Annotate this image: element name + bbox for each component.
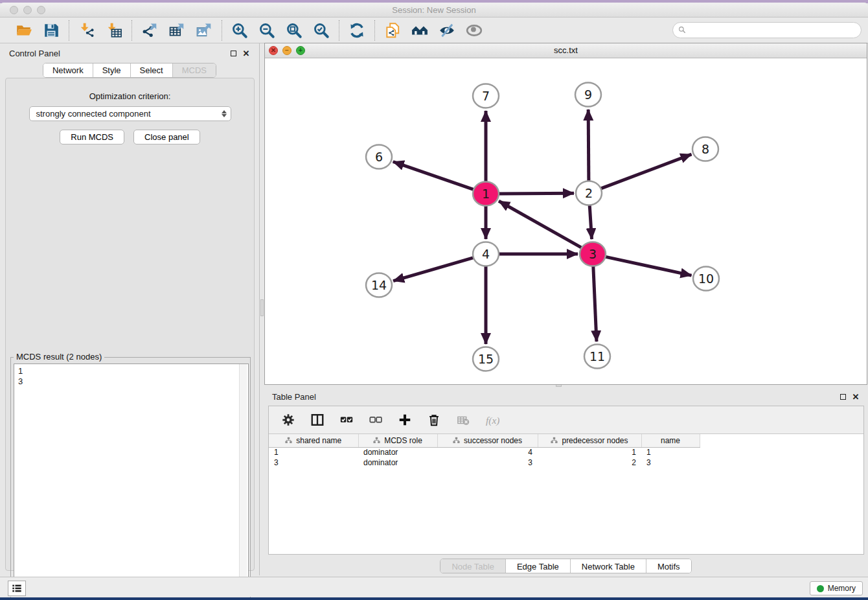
app-window: Session: New Session Control Panel ✕ Net… — [0, 3, 868, 597]
table-cell[interactable]: dominator — [358, 447, 437, 457]
open-session-icon[interactable] — [15, 21, 33, 40]
export-image-icon[interactable] — [195, 21, 213, 40]
tree-icon — [373, 437, 380, 444]
table-cell[interactable]: 3 — [269, 457, 358, 468]
graph-edge-3-1[interactable] — [499, 201, 582, 248]
graph-edge-2-8[interactable] — [600, 154, 692, 189]
zoom-fit-icon[interactable] — [285, 21, 303, 40]
column-header-name[interactable]: name — [641, 434, 700, 447]
export-table-icon[interactable] — [168, 21, 186, 40]
import-network-icon[interactable] — [78, 21, 96, 40]
network-frame-close-icon[interactable]: ✕ — [269, 46, 278, 55]
graph-node-11[interactable]: 11 — [584, 345, 610, 369]
table-header-row: shared nameMCDS rolesuccessor nodesprede… — [269, 434, 710, 447]
graph-node-label: 2 — [585, 186, 593, 200]
gear-icon[interactable] — [279, 411, 297, 429]
import-table-icon[interactable] — [105, 21, 123, 40]
table-cell[interactable]: 3 — [437, 457, 538, 468]
task-history-button[interactable] — [8, 581, 26, 596]
memory-button[interactable]: Memory — [810, 581, 863, 595]
graph-node-7[interactable]: 7 — [473, 84, 499, 108]
delete-table-icon — [454, 411, 472, 429]
tab-mcds[interactable]: MCDS — [173, 63, 216, 77]
tree-icon — [453, 437, 460, 444]
window-title: Session: New Session — [0, 5, 868, 15]
graph-node-label: 7 — [482, 89, 490, 103]
tab-edge-table[interactable]: Edge Table — [506, 559, 571, 573]
table-cell[interactable]: 1 — [641, 447, 700, 457]
table-cell[interactable]: dominator — [358, 457, 437, 468]
home-icon[interactable] — [411, 21, 429, 40]
table-cell[interactable]: 2 — [538, 457, 641, 468]
graph-node-3[interactable]: 3 — [580, 242, 606, 266]
node-table: shared nameMCDS rolesuccessor nodesprede… — [269, 433, 863, 554]
export-network-icon[interactable] — [141, 21, 159, 40]
control-panel-float-icon[interactable] — [229, 49, 237, 57]
select-all-columns-icon[interactable] — [337, 411, 356, 429]
control-panel-close-icon[interactable]: ✕ — [242, 49, 250, 57]
graph-node-2[interactable]: 2 — [576, 181, 602, 205]
add-column-icon[interactable] — [396, 411, 414, 429]
graph-node-label: 6 — [375, 150, 383, 164]
table-panel-close-icon[interactable]: ✕ — [852, 393, 860, 400]
network-canvas[interactable]: 7968124314101511 — [265, 58, 867, 384]
duplicate-network-icon[interactable] — [383, 21, 402, 40]
tab-node-table[interactable]: Node Table — [440, 559, 506, 573]
tab-motifs[interactable]: Motifs — [646, 559, 691, 573]
tab-select[interactable]: Select — [131, 63, 173, 77]
column-header-MCDS-role[interactable]: MCDS role — [358, 434, 437, 447]
graph-node-10[interactable]: 10 — [693, 267, 719, 291]
graph-node-4[interactable]: 4 — [473, 242, 499, 266]
graph-node-9[interactable]: 9 — [575, 83, 601, 107]
graph-node-14[interactable]: 14 — [366, 273, 392, 297]
tab-network[interactable]: Network — [43, 63, 93, 77]
column-header-shared-name[interactable]: shared name — [269, 434, 358, 447]
graph-node-8[interactable]: 8 — [692, 137, 718, 161]
graph-edge-1-6[interactable] — [393, 162, 475, 190]
graph-edge-4-14[interactable] — [393, 257, 475, 281]
search-input[interactable] — [690, 25, 856, 35]
table-cell[interactable]: 1 — [269, 447, 358, 457]
table-panel-float-icon[interactable] — [839, 393, 847, 400]
list-icon — [10, 582, 23, 595]
delete-column-icon[interactable] — [425, 411, 443, 429]
control-panel-header: Control Panel ✕ — [0, 43, 259, 63]
save-session-icon[interactable] — [42, 21, 60, 40]
tab-style[interactable]: Style — [93, 63, 131, 77]
graph-node-6[interactable]: 6 — [366, 145, 392, 169]
zoom-in-icon[interactable] — [231, 21, 249, 40]
table-cell[interactable]: 4 — [437, 447, 538, 457]
table-cell[interactable]: 3 — [641, 457, 700, 468]
mcds-result-groupbox: MCDS result (2 nodes) 1 3 — [10, 357, 251, 597]
column-header-predecessor-nodes[interactable]: predecessor nodes — [538, 434, 641, 447]
table-row[interactable]: 3dominator323 — [269, 457, 710, 468]
graph-edge-2-9[interactable] — [588, 110, 589, 181]
optimization-criterion-dropdown[interactable]: strongly connected component — [29, 106, 231, 121]
zoom-selected-icon[interactable] — [312, 21, 330, 40]
mcds-result-textarea[interactable]: 1 3 — [14, 363, 249, 595]
graph-edge-3-11[interactable] — [593, 266, 597, 341]
show-all-icon[interactable] — [465, 21, 483, 40]
column-header-successor-nodes[interactable]: successor nodes — [437, 434, 538, 447]
close-panel-button[interactable]: Close panel — [133, 130, 200, 144]
vertical-splitter-handle[interactable] — [260, 299, 264, 316]
global-search-field[interactable] — [672, 22, 862, 38]
table-row[interactable]: 1dominator411 — [269, 447, 710, 457]
graph-edge-2-3[interactable] — [589, 205, 591, 239]
dropdown-stepper-icon — [222, 110, 227, 117]
split-columns-icon[interactable] — [308, 411, 326, 429]
hide-selected-icon[interactable] — [438, 21, 456, 40]
network-frame-minimize-icon[interactable]: − — [282, 46, 291, 55]
network-frame-maximize-icon[interactable]: + — [296, 46, 305, 55]
zoom-out-icon[interactable] — [258, 21, 276, 40]
table-cell[interactable]: 1 — [538, 447, 641, 457]
graph-node-15[interactable]: 15 — [473, 347, 499, 371]
graph-edge-1-2[interactable] — [497, 193, 574, 194]
refresh-icon[interactable] — [348, 21, 366, 40]
mcds-result-scrollbar[interactable] — [239, 364, 247, 594]
graph-node-1[interactable]: 1 — [473, 182, 499, 206]
run-mcds-button[interactable]: Run MCDS — [60, 130, 124, 144]
graph-edge-3-10[interactable] — [604, 257, 692, 275]
tab-network-table[interactable]: Network Table — [571, 559, 646, 573]
deselect-all-columns-icon[interactable] — [367, 411, 385, 429]
